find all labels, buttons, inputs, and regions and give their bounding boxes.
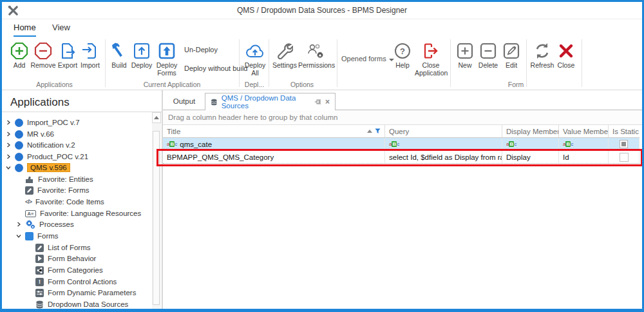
- new-button[interactable]: New: [454, 41, 476, 69]
- tree-item-product-poc[interactable]: Product_POC v.21: [6, 151, 88, 162]
- help-icon: ?: [391, 41, 414, 61]
- is-static-filter-checkbox[interactable]: [620, 140, 628, 148]
- export-button[interactable]: Export: [56, 41, 79, 69]
- chevron-right-icon: [6, 142, 11, 148]
- tree-item-mr[interactable]: MR v.66: [6, 128, 54, 140]
- cell-display-member: Display: [502, 151, 559, 163]
- filter-cell-is-static: [609, 138, 639, 150]
- tree-item-favorite-forms[interactable]: Favorite: Forms: [25, 184, 90, 196]
- divider: [2, 112, 162, 112]
- column-header-is-static[interactable]: Is Static: [609, 125, 639, 137]
- code-icon: </>: [25, 199, 32, 205]
- sort-ascending-icon: [367, 130, 372, 133]
- database-icon: [211, 98, 218, 106]
- build-icon: [108, 41, 131, 61]
- column-header-query[interactable]: Query: [385, 125, 502, 137]
- delete-button[interactable]: Delete: [476, 41, 500, 69]
- tree-item-favorite-code-items[interactable]: </> Favorite: Code Items: [25, 196, 104, 208]
- build-button[interactable]: Build: [108, 41, 131, 69]
- application-icon: [15, 153, 23, 161]
- chevron-right-icon: [16, 222, 21, 227]
- column-header-title[interactable]: Title: [163, 125, 385, 137]
- deploy-forms-button[interactable]: Deploy Forms: [154, 41, 180, 77]
- close-application-button[interactable]: Close Application: [415, 41, 447, 77]
- abc-filter-icon: aBc: [506, 141, 516, 147]
- application-icon: [15, 130, 23, 139]
- refresh-button[interactable]: Refresh: [529, 41, 556, 69]
- close-button[interactable]: Close: [554, 41, 578, 69]
- tree-item-processes[interactable]: Processes: [16, 219, 74, 230]
- applications-panel-title: Applications: [10, 96, 70, 109]
- tree-item-dropdown-data-sources[interactable]: Dropdown Data Sources: [35, 298, 128, 310]
- checkbox-fill: [621, 142, 626, 146]
- permissions-button[interactable]: Permissions: [298, 41, 333, 69]
- group-by-panel[interactable]: Drag a column header here to group by th…: [163, 110, 643, 125]
- deploy-all-icon: [242, 41, 268, 61]
- column-header-value-member[interactable]: Value Member: [559, 125, 609, 137]
- deploy-without-build-button[interactable]: Deploy without build: [184, 64, 247, 72]
- title-bar: QMS / Dropdown Data Sources - BPMS Desig…: [2, 2, 642, 19]
- abc-filter-icon: aBc: [389, 141, 399, 147]
- tree-item-form-categories[interactable]: Form Categories: [35, 264, 103, 276]
- pin-icon[interactable]: [314, 98, 321, 106]
- tree-item-form-behavior[interactable]: Form Behavior: [35, 253, 96, 264]
- edit-button[interactable]: Edit: [500, 41, 522, 69]
- ribbon-tab-strip: Home View: [2, 19, 642, 38]
- is-static-checkbox[interactable]: [620, 153, 629, 162]
- current-application-group-label: Current Application: [108, 81, 236, 88]
- remove-button[interactable]: Remove: [30, 41, 56, 69]
- puzzle-icon: [25, 175, 34, 184]
- settings-icon: [271, 41, 298, 61]
- gears-icon: [25, 220, 35, 229]
- form-pencil-icon: [25, 186, 33, 195]
- edit-icon: [500, 41, 522, 61]
- cell-query: select Id, $dfield as Display from ray.B…: [385, 151, 502, 163]
- help-button[interactable]: ? Help: [391, 41, 414, 69]
- grid-data-row[interactable]: BPMAPP_QMS_QMS_Category select Id, $dfie…: [163, 151, 639, 164]
- filter-cell-display-member: aBc: [502, 138, 559, 150]
- import-button[interactable]: Import: [79, 41, 102, 69]
- tab-output[interactable]: Output: [164, 93, 204, 110]
- tree-item-form-dynamic-parameters[interactable]: Form Dynamic Parameters: [35, 287, 136, 298]
- application-icon: [15, 164, 23, 172]
- tree-item-forms[interactable]: Forms: [16, 230, 59, 242]
- remove-icon: [30, 41, 56, 61]
- scrollbar-thumb[interactable]: [153, 131, 160, 305]
- ribbon: Add Remove Export Import Applications: [2, 38, 642, 90]
- language-icon: A≡: [25, 210, 36, 217]
- ribbon-tab-home[interactable]: Home: [14, 23, 36, 37]
- form-pencil-icon: [35, 244, 44, 252]
- tree-item-favorite-language-resources[interactable]: A≡ Favorite: Language Resources: [25, 208, 141, 219]
- tree-item-form-control-actions[interactable]: ! Form Control Actions: [35, 276, 117, 288]
- up-arrow-icon: [154, 116, 159, 119]
- svg-text:?: ?: [400, 46, 405, 56]
- abc-filter-icon: aBc: [167, 141, 177, 147]
- tree-item-favorite-entities[interactable]: Favorite: Entities: [25, 173, 93, 185]
- column-header-display-member[interactable]: Display Member: [502, 125, 559, 137]
- settings-button[interactable]: Settings: [271, 41, 298, 69]
- tree-scrollbar[interactable]: [152, 112, 161, 310]
- add-icon: [7, 41, 32, 61]
- filter-icon[interactable]: [375, 128, 381, 134]
- grid-header-row: Title Query Display Member Value Member …: [163, 125, 639, 138]
- database-icon: [35, 300, 44, 309]
- scroll-up-button[interactable]: [152, 112, 161, 123]
- ribbon-separator: [337, 39, 337, 87]
- undeploy-button[interactable]: Un-Deploy: [184, 46, 218, 54]
- options-group-label: Options: [271, 81, 333, 88]
- tab-qms-dropdown-data-sources[interactable]: QMS / Dropdown Data Sources ×: [205, 93, 336, 110]
- ribbon-tab-view[interactable]: View: [52, 23, 70, 37]
- bpms-designer-window: QMS / Dropdown Data Sources - BPMS Desig…: [0, 0, 644, 312]
- import-icon: [79, 41, 102, 61]
- deploy-all-button[interactable]: Deploy All: [242, 41, 268, 77]
- deploy-forms-icon: [154, 41, 180, 61]
- opened-forms-dropdown[interactable]: Opened forms: [341, 55, 394, 63]
- tab-close-icon[interactable]: ×: [325, 97, 330, 106]
- tree-item-qms[interactable]: QMS v.596: [6, 162, 70, 173]
- add-button[interactable]: Add: [7, 41, 32, 69]
- tree-item-list-of-forms[interactable]: List of Forms: [35, 242, 90, 253]
- tree-item-notification[interactable]: Notification v.2: [6, 139, 75, 151]
- auto-filter-row[interactable]: aBc qms_cate aBc aBc aBc: [163, 138, 639, 151]
- tree-item-import-poc[interactable]: Import_POC v.7: [6, 117, 80, 128]
- deploy-button[interactable]: Deploy: [129, 41, 154, 69]
